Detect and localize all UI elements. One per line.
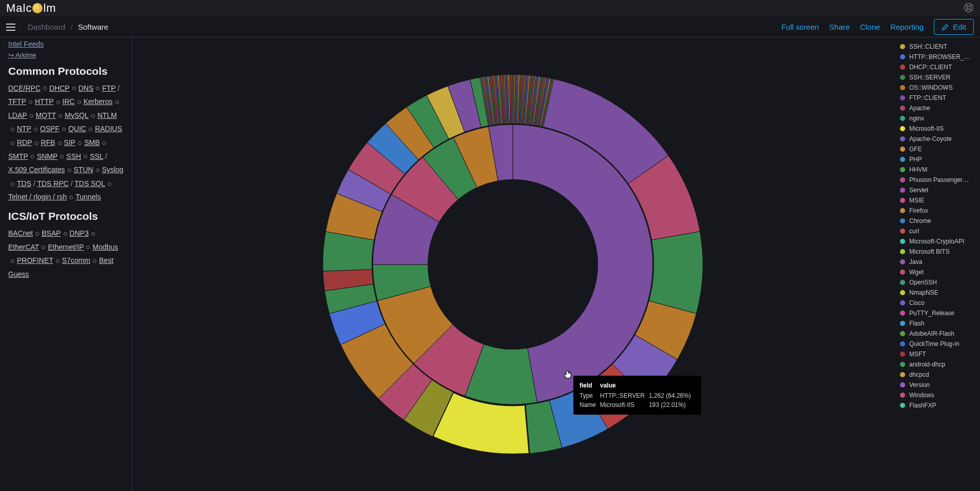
protocol-link[interactable]: DHCP	[49, 84, 70, 92]
legend-swatch	[900, 167, 905, 172]
legend-item[interactable]: MSIE	[900, 195, 978, 206]
legend-swatch	[900, 403, 905, 408]
protocol-link[interactable]: IRC	[63, 97, 75, 106]
help-icon[interactable]	[964, 3, 974, 14]
legend-item[interactable]: Servlet	[900, 185, 978, 195]
protocol-link[interactable]: Telnet / rlogin / rsh	[8, 193, 67, 201]
legend-item[interactable]: NmapNSE	[900, 288, 978, 298]
protocol-link[interactable]: Kerberos	[84, 97, 113, 106]
legend-item[interactable]: Microsoft-CryptoAPI	[900, 236, 978, 247]
arkime-link[interactable]: ↪ Arkime	[8, 51, 124, 59]
fullscreen-button[interactable]: Full screen	[782, 23, 819, 31]
protocol-link[interactable]: STUN	[74, 166, 93, 174]
legend-item[interactable]: Flash	[900, 318, 978, 329]
protocol-link[interactable]: BACnet	[8, 229, 33, 237]
legend-item[interactable]: MSFT	[900, 349, 978, 359]
protocol-link[interactable]: SSH	[66, 152, 81, 160]
legend-swatch	[900, 270, 905, 275]
legend-item[interactable]: FlashFXP	[900, 400, 978, 411]
protocol-link[interactable]: MySQL	[65, 111, 89, 119]
legend-item[interactable]: DHCP::CLIENT	[900, 62, 978, 72]
breadcrumb-root[interactable]: Dashboard	[28, 23, 65, 31]
protocol-link[interactable]: RFB	[41, 138, 55, 147]
legend-item[interactable]: dhcpcd	[900, 370, 978, 380]
protocol-link[interactable]: X.509 Certificates	[8, 166, 65, 174]
legend-item[interactable]: Wget	[900, 267, 978, 277]
protocol-link[interactable]: SNMP	[37, 152, 57, 160]
legend-label: Apache	[909, 105, 930, 112]
protocol-link[interactable]: BSAP	[42, 229, 61, 237]
protocol-link[interactable]: LDAP	[8, 111, 27, 119]
protocol-link[interactable]: MQTT	[36, 111, 56, 119]
legend-item[interactable]: OS::WINDOWS	[900, 83, 978, 93]
sunburst-chart[interactable]: fieldvalue TypeHTTP::SERVER1,262 (64.26%…	[132, 37, 898, 491]
protocol-link[interactable]: SIP	[64, 138, 76, 147]
legend-item[interactable]: android-dhcp	[900, 359, 978, 370]
legend-item[interactable]: PuTTY_Release	[900, 308, 978, 318]
logo-text-2: lm	[43, 2, 56, 15]
legend-item[interactable]: Chrome	[900, 216, 978, 226]
menu-icon[interactable]	[6, 21, 18, 33]
protocol-link[interactable]: Syslog	[102, 166, 124, 174]
legend-item[interactable]: curl	[900, 226, 978, 236]
legend-item[interactable]: nginx	[900, 113, 978, 124]
protocol-link[interactable]: HTTP	[35, 97, 54, 106]
legend-item[interactable]: SSH::CLIENT	[900, 42, 978, 52]
protocol-link[interactable]: Tunnels	[75, 193, 101, 201]
legend-item[interactable]: Phusion Passenger…	[900, 175, 978, 185]
legend-label: Chrome	[909, 217, 931, 224]
legend-item[interactable]: Apache-Coyote	[900, 134, 978, 144]
protocol-link[interactable]: TFTP	[8, 97, 26, 106]
legend-label: nginx	[909, 115, 924, 122]
protocol-link[interactable]: EtherCAT	[8, 243, 39, 251]
legend-item[interactable]: SSH::SERVER	[900, 72, 978, 83]
legend-item[interactable]: AdobeAIR-Flash	[900, 329, 978, 339]
protocol-link[interactable]: QUIC	[68, 125, 86, 133]
protocol-link[interactable]: Ethernet/IP	[48, 243, 84, 251]
logo[interactable]: Malc lm	[6, 2, 56, 15]
legend-item[interactable]: HHVM	[900, 165, 978, 175]
legend-item[interactable]: Version	[900, 380, 978, 390]
protocol-link[interactable]: DCE/RPC	[8, 84, 41, 92]
protocol-link[interactable]: DNP3	[70, 229, 89, 237]
chart-segment[interactable]	[649, 231, 703, 313]
protocol-link[interactable]: FTP	[102, 84, 115, 92]
protocol-link[interactable]: TDS SQL	[74, 179, 105, 188]
legend-item[interactable]: GFE	[900, 144, 978, 154]
protocol-link[interactable]: NTLM	[97, 111, 117, 119]
reporting-button[interactable]: Reporting	[890, 23, 924, 31]
protocol-link[interactable]: NTP	[17, 125, 31, 133]
legend-item[interactable]: Microsoft-IIS	[900, 124, 978, 134]
protocol-link[interactable]: S7comm	[62, 256, 90, 264]
legend-item[interactable]: OpenSSH	[900, 277, 978, 288]
chart-tooltip: fieldvalue TypeHTTP::SERVER1,262 (64.26%…	[573, 376, 701, 415]
legend-item[interactable]: Windows	[900, 390, 978, 400]
legend-item[interactable]: PHP	[900, 154, 978, 165]
protocol-link[interactable]: OSPF	[40, 125, 59, 133]
legend-item[interactable]: QuickTime Plug-in	[900, 339, 978, 349]
protocol-link[interactable]: SMTP	[8, 152, 28, 160]
legend-item[interactable]: Apache	[900, 103, 978, 113]
protocol-link[interactable]: DNS	[78, 84, 94, 92]
legend-item[interactable]: Microsoft BITS	[900, 247, 978, 257]
protocol-link[interactable]: TDS	[17, 179, 31, 188]
legend-item[interactable]: Cisco	[900, 298, 978, 308]
legend-item[interactable]: Firefox	[900, 206, 978, 216]
legend-item[interactable]: FTP::CLIENT	[900, 93, 978, 103]
clone-button[interactable]: Clone	[860, 23, 880, 31]
edit-button[interactable]: Edit	[934, 19, 974, 35]
chart-segment[interactable]	[511, 74, 512, 124]
intel-feeds-link[interactable]: Intel Feeds	[8, 40, 44, 48]
protocol-link[interactable]: SSL	[90, 152, 103, 160]
legend-swatch	[900, 393, 905, 398]
legend-item[interactable]: HTTP::BROWSER_…	[900, 52, 978, 62]
protocol-link[interactable]: PROFINET	[17, 256, 53, 264]
legend-item[interactable]: Java	[900, 257, 978, 267]
protocol-link[interactable]: Modbus	[92, 243, 118, 251]
protocol-link[interactable]: SMB	[84, 138, 99, 147]
share-button[interactable]: Share	[829, 23, 850, 31]
svg-point-0	[965, 3, 973, 12]
protocol-link[interactable]: RDP	[17, 138, 32, 147]
protocol-link[interactable]: RADIUS	[95, 125, 122, 133]
protocol-link[interactable]: TDS RPC	[37, 179, 68, 188]
